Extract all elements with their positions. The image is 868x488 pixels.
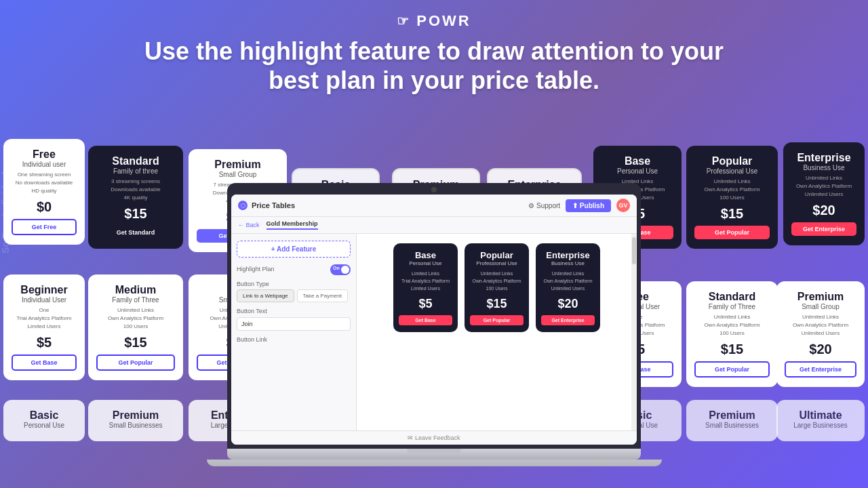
laptop-base xyxy=(227,449,641,460)
app-body: + Add Feature Highlight Plan On Button T… xyxy=(231,234,637,430)
app-title: Price Tables xyxy=(252,201,295,209)
app-topbar-right: ⚙ Support ⬆ Publish GV xyxy=(528,199,630,212)
card-title: Premium xyxy=(96,409,175,422)
card-features: Unlimited LinksOwn Analytics Platform100… xyxy=(694,178,770,202)
card-subtitle: Small Group xyxy=(197,171,279,178)
highlight-plan-toggle[interactable]: On xyxy=(330,264,351,275)
card-cta-btn[interactable]: Get Free xyxy=(12,219,77,235)
card-cta-btn[interactable]: Get Popular xyxy=(694,361,770,378)
bg-card-premium-br2: Premium Small Businesses xyxy=(686,400,778,441)
pc-price: $5 xyxy=(399,297,452,311)
btn-link-webpage[interactable]: Link to a Webpage xyxy=(237,289,294,302)
bg-card-beginner: Beginner Individual User OneTrial Analyt… xyxy=(3,274,85,380)
leave-feedback-link[interactable]: ✉ Leave Feedback xyxy=(408,434,460,441)
card-cta-btn[interactable]: Get Base xyxy=(12,354,77,371)
card-cta-btn[interactable]: Get Enterprise xyxy=(785,361,856,378)
publish-button[interactable]: ⬆ Publish xyxy=(566,199,611,212)
card-title: Enterprise xyxy=(791,152,856,164)
card-cta-btn[interactable]: Get Standard xyxy=(96,226,175,239)
card-subtitle: Business Use xyxy=(791,164,856,171)
button-type-group: Button Type Link to a Webpage Take a Pay… xyxy=(237,281,351,302)
card-features: Unlimited LinksOwn Analytics Platform100… xyxy=(694,313,770,338)
avatar: GV xyxy=(616,199,630,212)
active-tab[interactable]: Gold Membership xyxy=(267,220,318,230)
card-title: Basic xyxy=(12,409,77,422)
app-topbar: ⬡ Price Tables ⚙ Support ⬆ Publish GV xyxy=(231,195,637,217)
card-price: $0 xyxy=(12,199,77,215)
pc-features: Limited LinksTrial Analytics PlatformLim… xyxy=(399,270,452,293)
button-type-label: Button Type xyxy=(237,281,351,287)
laptop-camera xyxy=(431,187,437,192)
preview-card-enterprise: Enterprise Business Use Unlimited LinksO… xyxy=(536,243,600,332)
card-features: 3 streaming screensDownloads available4K… xyxy=(96,178,175,202)
card-features: Unlimited LinksOwn Analytics PlatformUnl… xyxy=(791,174,856,199)
card-subtitle: Professional Use xyxy=(694,167,770,175)
button-text-input[interactable] xyxy=(237,317,351,331)
card-title: Ultimate xyxy=(785,409,856,422)
bg-card-standard-right: Standard Family of Three Unlimited Links… xyxy=(686,281,778,387)
so-free-label: So Free Individual xyxy=(0,144,82,253)
card-title: Standard xyxy=(96,155,175,167)
card-subtitle: Small Businesses xyxy=(694,422,770,429)
highlight-plan-group: Highlight Plan On xyxy=(237,264,351,275)
pc-cta-btn[interactable]: Get Base xyxy=(399,315,452,325)
button-text-group: Button Text xyxy=(237,308,351,331)
highlight-plan-label: Highlight Plan xyxy=(237,266,275,272)
card-title: Free xyxy=(12,148,77,161)
bg-card-premium-bottom: Premium Small Businesses xyxy=(88,400,183,441)
card-features: One streaming screenNo downloads availab… xyxy=(12,171,77,195)
pc-subtitle: Business Use xyxy=(541,260,595,266)
button-link-group: Button Link xyxy=(237,336,351,343)
app-footer: ✉ Leave Feedback xyxy=(231,430,637,445)
bg-card-enterprise-right: Enterprise Business Use Unlimited LinksO… xyxy=(783,142,865,245)
scrollbar-thumb xyxy=(632,237,636,264)
card-price: $5 xyxy=(12,335,77,350)
pc-cta-btn[interactable]: Get Popular xyxy=(470,315,524,325)
card-subtitle: Personal Use xyxy=(12,422,77,429)
card-features: Unlimited LinksOwn Analytics Platform100… xyxy=(96,306,175,331)
card-subtitle: Family of Three xyxy=(694,303,770,310)
app-logo: ⬡ xyxy=(238,201,248,210)
bg-card-medium: Medium Family of Three Unlimited LinksOw… xyxy=(88,274,183,380)
support-btn[interactable]: ⚙ Support xyxy=(528,202,560,209)
bg-card-ultimate-br: Ultimate Large Businesses xyxy=(776,400,865,441)
card-features: Unlimited LinksOwn Analytics PlatformUnl… xyxy=(785,313,856,338)
logo-icon: ☞ xyxy=(397,13,411,29)
card-price: $20 xyxy=(791,203,856,218)
card-price: $15 xyxy=(694,206,770,222)
card-subtitle: Large Businesses xyxy=(785,422,856,429)
laptop-notch xyxy=(407,449,461,454)
pc-price: $20 xyxy=(541,297,595,311)
pc-title: Base xyxy=(399,250,452,260)
card-price: $15 xyxy=(96,206,175,222)
card-cta-btn[interactable]: Get Popular xyxy=(694,226,770,239)
card-cta-btn[interactable]: Get Enterprise xyxy=(791,222,856,236)
brand-name: POWR xyxy=(416,12,471,30)
pc-title: Enterprise xyxy=(541,250,595,260)
btn-take-payment[interactable]: Take a Payment xyxy=(297,289,348,302)
bg-card-premium-right2: Premium Small Group Unlimited LinksOwn A… xyxy=(776,281,865,387)
card-subtitle: Small Businesses xyxy=(96,422,175,429)
card-price: $15 xyxy=(694,342,770,357)
card-title: Beginner xyxy=(12,284,77,296)
bg-card-free: Free Individual user One streaming scree… xyxy=(3,139,85,245)
button-link-label: Button Link xyxy=(237,336,351,343)
add-feature-button[interactable]: + Add Feature xyxy=(237,241,351,258)
button-text-label: Button Text xyxy=(237,308,351,314)
card-cta-btn[interactable]: Get Popular xyxy=(96,354,175,371)
card-title: Popular xyxy=(694,155,770,167)
app-topbar-left: ⬡ Price Tables xyxy=(238,201,295,210)
back-button[interactable]: ← Back xyxy=(238,222,260,228)
pc-features: Unlimited LinksOwn Analytics Platform100… xyxy=(470,270,524,293)
pc-cta-btn[interactable]: Get Enterprise xyxy=(541,315,595,325)
card-subtitle: Small Group xyxy=(785,303,856,310)
bg-card-basic-bottom: Basic Personal Use xyxy=(3,400,85,441)
app-main-preview: Base Personal Use Limited LinksTrial Ana… xyxy=(357,234,637,430)
card-title: Base xyxy=(601,155,673,167)
pricing-preview-row: Base Personal Use Limited LinksTrial Ana… xyxy=(366,243,627,332)
scrollbar[interactable] xyxy=(631,234,637,430)
laptop-bottom xyxy=(207,460,662,466)
header: ☞ POWR Use the highlight feature to draw… xyxy=(0,0,868,95)
pc-title: Popular xyxy=(470,250,524,260)
preview-card-base: Base Personal Use Limited LinksTrial Ana… xyxy=(393,243,458,332)
